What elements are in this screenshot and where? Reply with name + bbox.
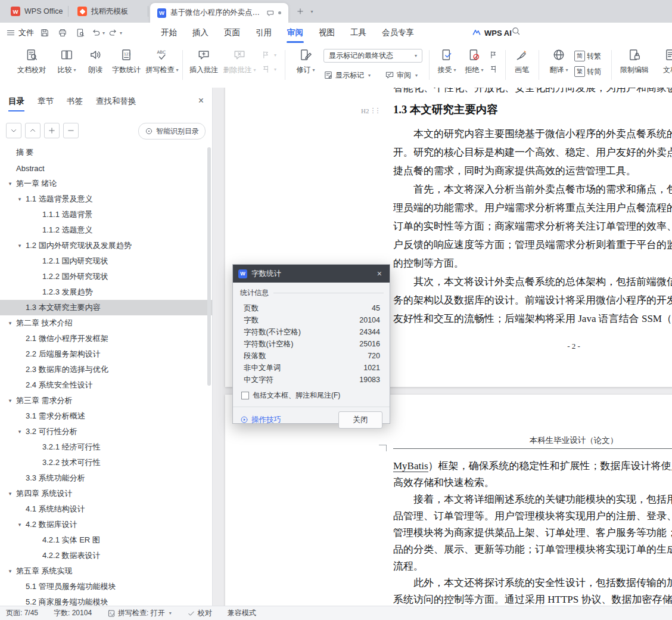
toc-item[interactable]: ▾ 2.1 微信小程序开发框架 — [0, 331, 212, 346]
checkbox-icon[interactable] — [241, 392, 249, 399]
close-button[interactable]: 关闭 — [338, 411, 382, 429]
toc-item[interactable]: ▾ 1.2 国内外研究现状及发展趋势 — [0, 238, 212, 253]
print-button[interactable] — [55, 26, 70, 40]
toc-item[interactable]: ▾ 1.1 选题背景及意义 — [0, 191, 212, 207]
toc-item[interactable]: ▾ 5.1 管理员服务端功能模块 — [0, 579, 212, 594]
spell-check-toggle[interactable]: 拼写检查: 打开▾ — [107, 608, 172, 618]
tab-list-dropdown[interactable]: ▾ — [306, 4, 316, 18]
close-dialog-icon[interactable]: × — [375, 268, 384, 279]
document-proofing-button[interactable]: 文档校对 — [14, 47, 49, 83]
toc-item[interactable]: ▾ 1.1.2 选题意义 — [0, 222, 212, 238]
expand-all-button[interactable] — [6, 123, 21, 138]
spell-check-button[interactable]: 拼写检查▾ — [144, 47, 180, 83]
insert-comment-button[interactable]: 插入批注 — [187, 47, 220, 83]
previous-change-button[interactable] — [489, 50, 498, 60]
toc-item[interactable]: ▾ 第二章 技术介绍 — [0, 315, 212, 331]
ribbon-tab[interactable]: 插入 — [185, 23, 216, 43]
review-mode-button[interactable]: 审阅▾ — [385, 68, 418, 82]
track-changes-button[interactable]: 修订▾ — [292, 47, 319, 83]
toc-item[interactable]: ▾ 4.2.1 实体 ER 图 — [0, 532, 212, 548]
ribbon-tab[interactable]: 工具 — [343, 23, 374, 43]
compare-button[interactable]: 比较▾ — [52, 47, 81, 83]
toc-item[interactable]: ▾ 4.2 数据库设计 — [0, 517, 212, 532]
toc-item[interactable]: ▾ 1.3 本文研究主要内容 — [0, 300, 212, 315]
ribbon-tab[interactable]: 开始 — [153, 23, 185, 43]
toc-expand-arrow[interactable]: ▾ — [6, 491, 14, 497]
translate-button[interactable]: 翻译▾ — [546, 47, 572, 83]
zoom-out-outline-button[interactable] — [63, 123, 79, 138]
markup-state-dropdown[interactable]: 显示标记的最终状态▾ — [323, 49, 422, 63]
dialog-title-bar[interactable]: W 字数统计 × — [233, 265, 390, 283]
file-menu-button[interactable]: 文件 — [6, 27, 34, 38]
undo-button[interactable]: ▾ — [91, 28, 105, 38]
tips-link[interactable]: 操作技巧 — [240, 415, 281, 425]
ribbon-tab[interactable]: 引用 — [248, 23, 279, 43]
toc-item[interactable]: ▾ 2.4 系统安全性设计 — [0, 377, 212, 393]
toc-expand-arrow[interactable]: ▾ — [15, 429, 24, 435]
toc-item[interactable]: ▾ 3.3 系统功能分析 — [0, 470, 212, 486]
sidebar-tab[interactable]: 目录 — [8, 94, 24, 109]
collapse-all-button[interactable] — [25, 123, 41, 138]
toc-expand-arrow[interactable]: ▾ — [6, 181, 14, 187]
search-icon[interactable] — [511, 26, 521, 36]
reject-change-button[interactable]: 拒绝▾ — [461, 47, 487, 83]
ribbon-tab[interactable]: 会员专享 — [374, 23, 422, 43]
toc-item[interactable]: ▾ 5.2 商家服务端功能模块 — [0, 594, 212, 606]
tab-docer-templates[interactable]: 找稻壳模板 — [70, 0, 136, 23]
word-count-indicator[interactable]: 字数: 20104 — [54, 608, 92, 618]
word-count-button[interactable]: 字数统计 — [110, 47, 143, 83]
toc-item[interactable]: ▾ 1.2.3 发展趋势 — [0, 284, 212, 300]
toc-expand-arrow[interactable]: ▾ — [6, 320, 14, 326]
ribbon-tab[interactable]: 审阅 — [279, 23, 311, 43]
toc-item[interactable]: ▾ 2.2 后端服务架构设计 — [0, 346, 212, 362]
toc-item[interactable]: ▾ 第五章 系统实现 — [0, 563, 212, 579]
compatibility-mode-indicator[interactable]: 兼容模式 — [228, 608, 256, 618]
smart-toc-button[interactable]: 智能识别目录 — [138, 123, 206, 140]
toc-item[interactable]: ▾ 第四章 系统设计 — [0, 486, 212, 501]
page-indicator[interactable]: 页面: 7/45 — [6, 608, 38, 618]
proofing-indicator[interactable]: 校对 — [187, 608, 212, 618]
toc-item[interactable]: ▾ 1.2.1 国内研究现状 — [0, 253, 212, 269]
tab-document[interactable]: W 基于微信小程序的外卖点餐系... — [150, 3, 288, 23]
toc-item[interactable]: ▾ 3.2 可行性分析 — [0, 424, 212, 439]
toc-item[interactable]: ▾ 4.1 系统结构设计 — [0, 501, 212, 517]
toc-expand-arrow[interactable]: ▾ — [15, 196, 24, 202]
next-comment-button[interactable]: ▾ — [261, 64, 276, 74]
restrict-editing-button[interactable]: 限制编辑 — [616, 47, 653, 83]
wps-ai-button[interactable]: WPS AI — [472, 23, 512, 43]
delete-comment-button[interactable]: 删除批注▾ — [222, 47, 257, 83]
toc-item[interactable]: ▾ 1.1.1 选题背景 — [0, 207, 212, 222]
print-preview-button[interactable] — [73, 26, 88, 40]
include-textboxes-checkbox[interactable]: 包括文本框、脚注和尾注(F) — [241, 390, 390, 401]
sidebar-tab[interactable]: 章节 — [38, 94, 54, 109]
tab-wps-office[interactable]: W WPS Office — [4, 0, 70, 23]
toc-expand-arrow[interactable]: ▾ — [6, 398, 14, 404]
ribbon-tab[interactable]: 视图 — [311, 23, 343, 43]
toc-item[interactable]: ▾ 2.3 数据库的选择与优化 — [0, 362, 212, 377]
toc-item[interactable]: ▾ 第一章 绪论 — [0, 176, 212, 191]
toc-item[interactable]: ▾ 3.1 需求分析概述 — [0, 408, 212, 424]
toc-expand-arrow[interactable]: ▾ — [15, 243, 24, 249]
new-tab-button[interactable] — [293, 4, 307, 18]
zoom-in-outline-button[interactable] — [44, 123, 60, 138]
simplified-to-traditional-button[interactable]: 简 转繁 — [574, 51, 601, 61]
toc-expand-arrow[interactable]: ▾ — [15, 522, 24, 528]
toc-item[interactable]: ▾ 4.2.2 数据表设计 — [0, 548, 212, 563]
sidebar-scrollbar[interactable] — [207, 147, 211, 386]
toc-item[interactable]: ▾ 1.2.2 国外研究现状 — [0, 269, 212, 284]
traditional-to-simplified-button[interactable]: 繁 转简 — [574, 66, 601, 77]
toc-item[interactable]: ▾ 3.2.2 技术可行性 — [0, 455, 212, 470]
toc-item[interactable]: ▾ 摘 要 — [0, 145, 212, 160]
toc-item[interactable]: ▾ 第三章 需求分析 — [0, 393, 212, 408]
toc-expand-arrow[interactable]: ▾ — [6, 568, 14, 574]
heading-level-marker[interactable]: H2⋮⋮ — [361, 107, 379, 114]
toc-item[interactable]: ▾ Abstract — [0, 160, 212, 176]
next-change-button[interactable] — [489, 64, 498, 74]
accept-change-button[interactable]: 接受▾ — [434, 47, 460, 83]
toc-item[interactable]: ▾ 3.2.1 经济可行性 — [0, 439, 212, 455]
sidebar-tab[interactable]: 查找和替换 — [96, 94, 136, 109]
comment-bubble-icon[interactable] — [266, 9, 275, 17]
document-permission-button[interactable]: 文档 — [655, 47, 672, 83]
close-sidebar-icon[interactable]: × — [198, 95, 204, 107]
redo-button[interactable]: ▾ — [108, 28, 122, 38]
